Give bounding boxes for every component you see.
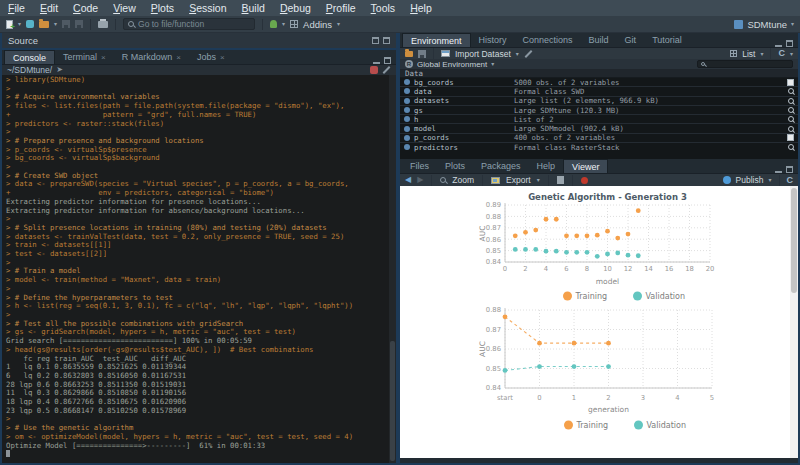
- source-pane-header[interactable]: Source: [2, 33, 396, 48]
- new-project-icon[interactable]: [26, 20, 34, 28]
- list-view-button[interactable]: List: [742, 49, 755, 59]
- environment-row-model[interactable]: modelLarge SDMmodel (902.4 kB): [400, 124, 798, 133]
- console-scrollbar[interactable]: [389, 75, 396, 463]
- tab-packages[interactable]: Packages: [473, 159, 529, 173]
- menu-debug[interactable]: Debug: [280, 2, 311, 14]
- chevron-down-icon[interactable]: ▾: [491, 61, 494, 67]
- environment-row-bg_coords[interactable]: bg_coords5000 obs. of 2 variables: [400, 78, 798, 87]
- chevron-down-icon[interactable]: ▾: [760, 51, 763, 57]
- menu-view[interactable]: View: [113, 2, 136, 14]
- new-file-icon[interactable]: [6, 20, 13, 29]
- tab-connections[interactable]: Connections: [515, 33, 581, 47]
- menu-edit[interactable]: Edit: [40, 2, 58, 14]
- refresh-icon[interactable]: C: [787, 176, 794, 185]
- menu-file[interactable]: File: [8, 2, 25, 14]
- environment-row-predictors[interactable]: predictorsFormal class RasterStack: [400, 143, 798, 152]
- tab-build[interactable]: Build: [581, 33, 617, 47]
- zoom-button[interactable]: Zoom: [452, 175, 474, 185]
- maximize-pane-icon[interactable]: [384, 57, 391, 64]
- environment-plant-icon[interactable]: [270, 20, 277, 28]
- minimize-pane-icon[interactable]: [775, 40, 782, 47]
- view-table-icon[interactable]: [787, 134, 794, 141]
- maximize-pane-icon[interactable]: [383, 37, 390, 44]
- addins-grid-icon[interactable]: [290, 20, 298, 28]
- minimize-pane-icon[interactable]: [775, 166, 782, 173]
- goto-file-function-input[interactable]: Go to file/function: [123, 18, 255, 30]
- magnifier-icon[interactable]: [788, 126, 794, 132]
- chevron-down-icon[interactable]: ▾: [790, 51, 793, 57]
- menu-help[interactable]: Help: [410, 2, 432, 14]
- minimize-pane-icon[interactable]: [373, 57, 380, 64]
- magnifier-icon[interactable]: [788, 144, 794, 150]
- load-workspace-icon[interactable]: [405, 51, 413, 57]
- clear-all-plots-icon[interactable]: [581, 177, 588, 184]
- environment-row-p_coords[interactable]: p_coords400 obs. of 2 variables: [400, 134, 798, 143]
- close-icon[interactable]: ×: [176, 53, 181, 62]
- magnifier-icon[interactable]: [788, 98, 794, 104]
- chevron-down-icon[interactable]: ▾: [54, 21, 57, 27]
- import-dataset-button[interactable]: Import Dataset: [455, 49, 511, 59]
- publish-button[interactable]: Publish: [736, 175, 764, 185]
- save-all-icon[interactable]: [75, 20, 83, 28]
- clear-console-icon[interactable]: [383, 66, 391, 74]
- menu-build[interactable]: Build: [242, 2, 265, 14]
- chevron-down-icon[interactable]: ▾: [282, 21, 285, 27]
- tab-files[interactable]: Files: [402, 159, 437, 173]
- maximize-pane-icon[interactable]: [786, 166, 793, 173]
- clear-objects-icon[interactable]: [524, 50, 532, 58]
- tab-git[interactable]: Git: [617, 33, 645, 47]
- restore-pane-icon[interactable]: [372, 37, 379, 44]
- console-output[interactable]: > library(SDMtune)>> # Acquire environme…: [2, 75, 396, 463]
- close-icon[interactable]: ×: [220, 53, 225, 62]
- maximize-pane-icon[interactable]: [786, 40, 793, 47]
- environment-scope-selector[interactable]: Global Environment: [417, 60, 487, 69]
- chevron-down-icon[interactable]: ▾: [18, 21, 21, 27]
- object-value: Large list (2 elements, 966.9 kB): [514, 96, 784, 105]
- svg-text:4: 4: [544, 265, 548, 273]
- interrupt-r-icon[interactable]: [370, 66, 378, 74]
- chevron-down-icon[interactable]: ▾: [537, 177, 540, 183]
- save-icon[interactable]: [62, 20, 70, 28]
- viewer-scrollbar[interactable]: [790, 186, 798, 458]
- magnifier-icon[interactable]: [788, 116, 794, 122]
- tab-console[interactable]: Console: [4, 50, 55, 64]
- menu-plots[interactable]: Plots: [151, 2, 174, 14]
- save-workspace-icon[interactable]: [418, 50, 426, 58]
- addins-button[interactable]: Addins: [303, 19, 332, 30]
- environment-search-input[interactable]: [697, 60, 793, 68]
- back-icon[interactable]: ◀: [405, 176, 411, 184]
- chevron-down-icon[interactable]: ▾: [337, 21, 340, 27]
- tab-jobs[interactable]: Jobs×: [189, 50, 233, 64]
- environment-row-datasets[interactable]: datasetsLarge list (2 elements, 966.9 kB…: [400, 97, 798, 106]
- tab-environment[interactable]: Environment: [402, 33, 471, 47]
- export-button[interactable]: Export: [506, 175, 531, 185]
- open-folder-icon[interactable]: [39, 21, 49, 28]
- tab-tutorial[interactable]: Tutorial: [644, 33, 690, 47]
- chevron-down-icon[interactable]: ▾: [516, 51, 519, 57]
- forward-icon[interactable]: ▶: [417, 176, 423, 184]
- refresh-icon[interactable]: C: [778, 49, 785, 58]
- magnifier-icon[interactable]: [788, 88, 794, 94]
- chevron-down-icon[interactable]: ▾: [768, 177, 771, 183]
- magnifier-icon[interactable]: [788, 107, 794, 113]
- environment-row-data[interactable]: dataFormal class SWD: [400, 87, 798, 96]
- tab-plots[interactable]: Plots: [437, 159, 473, 173]
- goto-directory-icon[interactable]: ➤: [56, 66, 63, 74]
- console-cursor-line[interactable]: [6, 450, 396, 460]
- tab-viewer[interactable]: Viewer: [563, 159, 608, 173]
- menu-session[interactable]: Session: [189, 2, 226, 14]
- print-icon[interactable]: [98, 21, 108, 28]
- menu-tools[interactable]: Tools: [371, 2, 396, 14]
- project-selector[interactable]: SDMtune ▾: [734, 19, 794, 30]
- tab-help[interactable]: Help: [529, 159, 564, 173]
- tab-terminal[interactable]: Terminal×: [55, 50, 114, 64]
- view-table-icon[interactable]: [787, 79, 794, 86]
- tab-r-markdown[interactable]: R Markdown×: [114, 50, 189, 64]
- environment-row-h[interactable]: hList of 2: [400, 115, 798, 124]
- menu-profile[interactable]: Profile: [326, 2, 356, 14]
- tab-history[interactable]: History: [471, 33, 515, 47]
- environment-row-gs[interactable]: gsLarge SDMtune (120.3 MB): [400, 106, 798, 115]
- menu-code[interactable]: Code: [73, 2, 98, 14]
- remove-plot-icon[interactable]: [557, 176, 564, 184]
- close-icon[interactable]: ×: [101, 53, 106, 62]
